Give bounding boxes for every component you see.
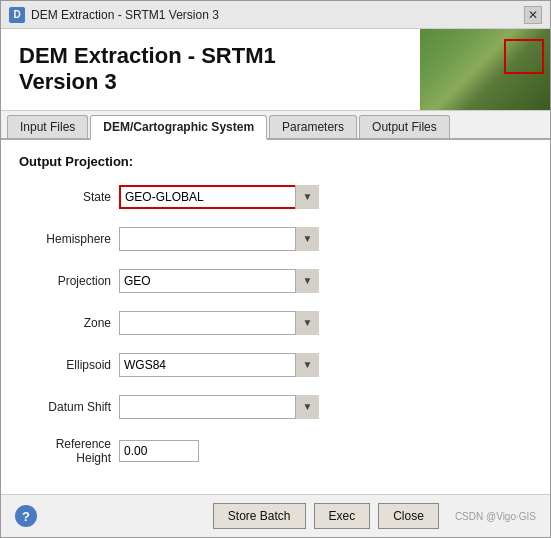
- title-bar-left: D DEM Extraction - SRTM1 Version 3: [9, 7, 219, 23]
- projection-select-wrapper: GEO UTM LCC ▼: [119, 269, 319, 293]
- app-icon: D: [9, 7, 25, 23]
- title-bar-text: DEM Extraction - SRTM1 Version 3: [31, 8, 219, 22]
- ellipsoid-select-wrapper: WGS84 GRS80 NAD27 ▼: [119, 353, 319, 377]
- ellipsoid-label: Ellipsoid: [19, 358, 119, 372]
- tab-input-files[interactable]: Input Files: [7, 115, 88, 138]
- datum-shift-row: Datum Shift None ▼: [19, 395, 532, 419]
- state-select[interactable]: GEO-GLOBAL UTM STATE PLANE: [119, 185, 319, 209]
- watermark: CSDN @Vigo·GIS: [455, 511, 536, 522]
- zone-control-wrapper: 1 2 3 ▼: [119, 311, 532, 335]
- tab-parameters[interactable]: Parameters: [269, 115, 357, 138]
- store-batch-button[interactable]: Store Batch: [213, 503, 306, 529]
- window-close-button[interactable]: ✕: [524, 6, 542, 24]
- title-bar: D DEM Extraction - SRTM1 Version 3 ✕: [1, 1, 550, 29]
- zone-label: Zone: [19, 316, 119, 330]
- hemisphere-control-wrapper: North South ▼: [119, 227, 532, 251]
- state-control-wrapper: GEO-GLOBAL UTM STATE PLANE ▼: [119, 185, 532, 209]
- datum-shift-select[interactable]: None: [119, 395, 319, 419]
- state-label: State: [19, 190, 119, 204]
- content-area: Output Projection: State GEO-GLOBAL UTM …: [1, 140, 550, 494]
- ellipsoid-control-wrapper: WGS84 GRS80 NAD27 ▼: [119, 353, 532, 377]
- zone-select-wrapper: 1 2 3 ▼: [119, 311, 319, 335]
- hemisphere-select[interactable]: North South: [119, 227, 319, 251]
- tabs-bar: Input Files DEM/Cartographic System Para…: [1, 111, 550, 140]
- projection-label: Projection: [19, 274, 119, 288]
- reference-height-control-wrapper: [119, 440, 532, 462]
- reference-height-row: Reference Height: [19, 437, 532, 465]
- state-select-wrapper: GEO-GLOBAL UTM STATE PLANE ▼: [119, 185, 319, 209]
- zone-row: Zone 1 2 3 ▼: [19, 311, 532, 335]
- ellipsoid-row: Ellipsoid WGS84 GRS80 NAD27 ▼: [19, 353, 532, 377]
- reference-height-input[interactable]: [119, 440, 199, 462]
- tab-dem-cartographic[interactable]: DEM/Cartographic System: [90, 115, 267, 140]
- footer-right: Store Batch Exec Close CSDN @Vigo·GIS: [213, 503, 536, 529]
- ellipsoid-select[interactable]: WGS84 GRS80 NAD27: [119, 353, 319, 377]
- hemisphere-label: Hemisphere: [19, 232, 119, 246]
- reference-height-label: Reference Height: [19, 437, 119, 465]
- datum-shift-control-wrapper: None ▼: [119, 395, 532, 419]
- zone-select[interactable]: 1 2 3: [119, 311, 319, 335]
- section-label: Output Projection:: [19, 154, 532, 169]
- header-image: [420, 29, 550, 110]
- datum-shift-label: Datum Shift: [19, 400, 119, 414]
- state-row: State GEO-GLOBAL UTM STATE PLANE ▼: [19, 185, 532, 209]
- hemisphere-select-wrapper: North South ▼: [119, 227, 319, 251]
- footer-left: ?: [15, 505, 37, 527]
- close-button[interactable]: Close: [378, 503, 439, 529]
- header-text: DEM Extraction - SRTM1 Version 3: [1, 29, 420, 110]
- hemisphere-row: Hemisphere North South ▼: [19, 227, 532, 251]
- exec-button[interactable]: Exec: [314, 503, 371, 529]
- main-window: D DEM Extraction - SRTM1 Version 3 ✕ DEM…: [0, 0, 551, 538]
- header-title: DEM Extraction - SRTM1 Version 3: [19, 43, 276, 96]
- projection-control-wrapper: GEO UTM LCC ▼: [119, 269, 532, 293]
- footer: ? Store Batch Exec Close CSDN @Vigo·GIS: [1, 494, 550, 537]
- header-image-red-box: [504, 39, 544, 74]
- tab-output-files[interactable]: Output Files: [359, 115, 450, 138]
- projection-select[interactable]: GEO UTM LCC: [119, 269, 319, 293]
- help-button[interactable]: ?: [15, 505, 37, 527]
- header-area: DEM Extraction - SRTM1 Version 3: [1, 29, 550, 111]
- projection-row: Projection GEO UTM LCC ▼: [19, 269, 532, 293]
- datum-shift-select-wrapper: None ▼: [119, 395, 319, 419]
